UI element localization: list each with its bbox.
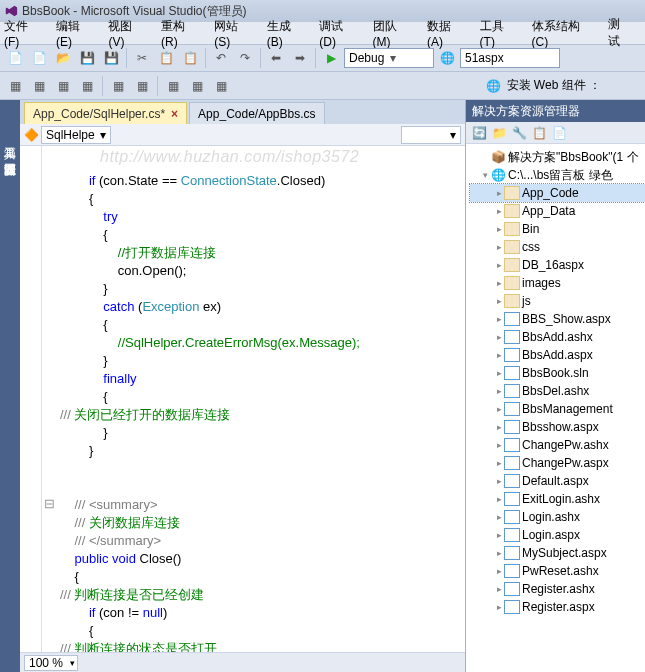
tree-node[interactable]: ▸App_Data [470,202,645,220]
tree-node[interactable]: ▸BbsAdd.aspx [470,346,645,364]
tree-node[interactable]: ▸DB_16aspx [470,256,645,274]
tree-node[interactable]: ▸Bin [470,220,645,238]
nav-back-icon[interactable]: ⬅ [265,47,287,69]
nav-fwd-icon[interactable]: ➡ [289,47,311,69]
refresh-icon[interactable]: 🔄 [470,124,488,142]
add-item-icon[interactable]: 📄 [28,47,50,69]
menu-item[interactable]: 重构(R) [161,18,200,49]
tree-node[interactable]: ▸ExitLogin.ashx [470,490,645,508]
tree-node[interactable]: ▸Default.aspx [470,472,645,490]
gutter [20,146,42,652]
menu-item[interactable]: 调试(D) [319,18,358,49]
tree-node[interactable]: ▸PwReset.ashx [470,562,645,580]
tree-node[interactable]: ▸MySubject.aspx [470,544,645,562]
t2-icon[interactable]: ▦ [52,75,74,97]
redo-icon[interactable]: ↷ [234,47,256,69]
tree-node[interactable]: ▸App_Code [470,184,645,202]
status-bar: 100 % [20,652,465,672]
code-content[interactable]: if (con.State == ConnectionState.Closed)… [56,146,465,652]
vs-icon [4,4,18,18]
menu-bar[interactable]: 文件(F)编辑(E)视图(V)重构(R)网站(S)生成(B)调试(D)团队(M)… [0,22,645,44]
code-toolbar: 🔶 SqlHelpe [20,124,465,146]
tree-node[interactable]: ▸Login.aspx [470,526,645,544]
config-select[interactable]: Debug [344,48,434,68]
start-icon[interactable]: ▶ [320,47,342,69]
menu-item[interactable]: 生成(B) [267,18,306,49]
solution-tree[interactable]: 📦解决方案"BbsBook"(1 个▾🌐C:\...\bs留言板 绿色 ▸App… [466,144,645,672]
menu-item[interactable]: 数据(A) [427,18,466,49]
tree-node[interactable]: ▸Login.ashx [470,508,645,526]
tree-node[interactable]: ▸BbsManagement [470,400,645,418]
t2-icon[interactable]: ▦ [162,75,184,97]
tree-node[interactable]: ▸BBS_Show.aspx [470,310,645,328]
t2-icon[interactable]: ▦ [28,75,50,97]
show-all-icon[interactable]: 📋 [530,124,548,142]
solution-explorer: 解决方案资源管理器 🔄 📁 🔧 📋 📄 📦解决方案"BbsBook"(1 个▾🌐… [465,100,645,672]
tree-node[interactable]: ▸images [470,274,645,292]
paste-icon[interactable]: 📋 [179,47,201,69]
tree-node[interactable]: ▸BbsAdd.ashx [470,328,645,346]
tree-node[interactable]: ▸js [470,292,645,310]
tree-node[interactable]: ▸BbsDel.ashx [470,382,645,400]
new-project-icon[interactable]: 📄 [4,47,26,69]
class-icon: 🔶 [24,128,39,142]
toolbar-secondary: ▦ ▦ ▦ ▦ ▦ ▦ ▦ ▦ ▦ 🌐 安装 Web 组件 ： [0,72,645,100]
save-all-icon[interactable]: 💾 [100,47,122,69]
browser-icon[interactable]: 🌐 [436,47,458,69]
search-input[interactable]: 51aspx [460,48,560,68]
menu-item[interactable]: 编辑(E) [56,18,95,49]
explorer-toolbar: 🔄 📁 🔧 📋 📄 [466,122,645,144]
tree-node[interactable]: ▸css [470,238,645,256]
menu-item[interactable]: 团队(M) [373,18,413,49]
doc-tab[interactable]: App_Code/SqlHelper.cs*× [24,102,187,124]
tree-node[interactable]: ▸Bbsshow.aspx [470,418,645,436]
tree-node[interactable]: ▾🌐C:\...\bs留言板 绿色 [470,166,645,184]
copy-icon[interactable]: 📋 [155,47,177,69]
tree-node[interactable]: ▸Register.ashx [470,580,645,598]
toolbar-main: 📄 📄 📂 💾 💾 ✂ 📋 📋 ↶ ↷ ⬅ ➡ ▶ Debug 🌐 51aspx [0,44,645,72]
prop-icon[interactable]: 🔧 [510,124,528,142]
tree-node[interactable]: ▸BbsBook.sln [470,364,645,382]
side-tab[interactable]: 工具箱 [0,130,20,146]
zoom-select[interactable]: 100 % [24,655,78,671]
view-code-icon[interactable]: 📄 [550,124,568,142]
class-dropdown[interactable]: SqlHelpe [41,126,111,144]
t2-icon[interactable]: ▦ [131,75,153,97]
save-icon[interactable]: 💾 [76,47,98,69]
nest-icon[interactable]: 📁 [490,124,508,142]
install-web-label: 安装 Web 组件 ： [507,77,601,94]
menu-item[interactable]: 测试 [608,16,631,50]
close-icon[interactable]: × [171,107,178,121]
open-icon[interactable]: 📂 [52,47,74,69]
side-tabs: 工具箱团队资源管理器 [0,100,20,672]
menu-item[interactable]: 网站(S) [214,18,253,49]
menu-item[interactable]: 文件(F) [4,18,42,49]
web-component-icon[interactable]: 🌐 [483,75,505,97]
member-dropdown[interactable] [401,126,461,144]
t2-icon[interactable]: ▦ [4,75,26,97]
undo-icon[interactable]: ↶ [210,47,232,69]
menu-item[interactable]: 工具(T) [480,18,518,49]
tree-node[interactable]: ▸ChangePw.ashx [470,436,645,454]
tree-node[interactable]: 📦解决方案"BbsBook"(1 个 [470,148,645,166]
menu-item[interactable]: 体系结构(C) [532,18,594,49]
t2-icon[interactable]: ▦ [107,75,129,97]
side-tab[interactable]: 团队资源管理器 [0,146,20,162]
t2-icon[interactable]: ▦ [186,75,208,97]
code-editor[interactable]: http://www.huzhan.com/ishop3572 ⊟ if (co… [20,146,465,652]
t2-icon[interactable]: ▦ [210,75,232,97]
explorer-title: 解决方案资源管理器 [466,100,645,122]
t2-icon[interactable]: ▦ [76,75,98,97]
doc-tab[interactable]: App_Code/AppBbs.cs [189,102,324,124]
outline[interactable]: ⊟ [42,146,56,652]
doc-tabs: App_Code/SqlHelper.cs*×App_Code/AppBbs.c… [20,100,465,124]
cut-icon[interactable]: ✂ [131,47,153,69]
tree-node[interactable]: ▸Register.aspx [470,598,645,616]
menu-item[interactable]: 视图(V) [108,18,147,49]
tree-node[interactable]: ▸ChangePw.aspx [470,454,645,472]
